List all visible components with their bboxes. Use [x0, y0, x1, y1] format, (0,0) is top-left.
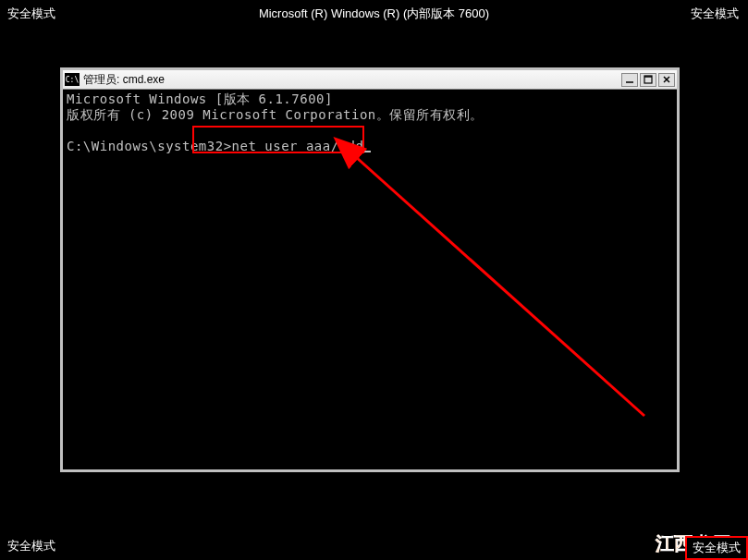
close-button[interactable]	[658, 73, 675, 87]
minimize-button[interactable]	[621, 73, 638, 87]
window-title: 管理员: cmd.exe	[83, 72, 621, 88]
text-cursor	[363, 151, 371, 152]
safe-mode-label-top-right: 安全模式	[691, 6, 739, 22]
cmd-window[interactable]: C:\ 管理员: cmd.exe Microsoft Windows [版本 6…	[60, 67, 680, 472]
cmd-version-line: Microsoft Windows [版本 6.1.7600]	[67, 91, 333, 106]
safe-mode-label-top-left: 安全模式	[7, 6, 55, 22]
safe-mode-label-bottom-right-boxed: 安全模式	[685, 536, 748, 560]
windows-build-label: Microsoft (R) Windows (R) (内部版本 7600)	[259, 6, 489, 22]
maximize-button[interactable]	[640, 73, 656, 87]
cmd-output-area[interactable]: Microsoft Windows [版本 6.1.7600] 版权所有 (c)…	[63, 90, 677, 469]
cmd-copyright-line: 版权所有 (c) 2009 Microsoft Corporation。保留所有…	[67, 107, 484, 122]
window-titlebar[interactable]: C:\ 管理员: cmd.exe	[63, 70, 677, 90]
cmd-icon: C:\	[65, 73, 80, 86]
cmd-prompt: C:\Windows\system32>	[67, 139, 232, 153]
cmd-command-text: net user aaa/add	[232, 139, 364, 153]
safe-mode-label-bottom-left: 安全模式	[7, 538, 55, 554]
